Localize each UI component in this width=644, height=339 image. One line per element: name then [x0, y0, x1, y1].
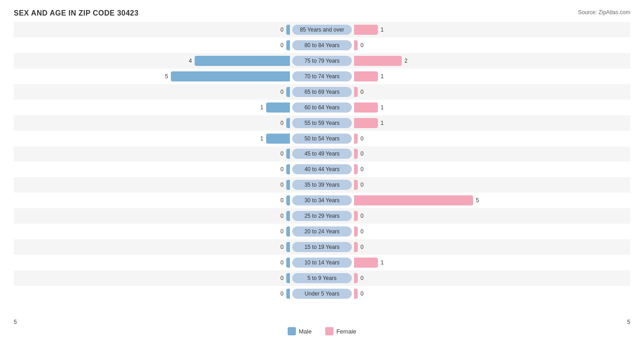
female-bar	[354, 258, 378, 268]
age-label: 25 to 29 Years	[292, 211, 352, 221]
male-bar	[286, 273, 290, 283]
male-bar-container: 0	[14, 22, 290, 38]
left-section: 0	[14, 208, 290, 224]
female-bar	[354, 134, 358, 144]
age-label: 10 to 14 Years	[292, 258, 352, 268]
left-section: 0	[14, 224, 290, 239]
male-bar	[266, 102, 290, 113]
right-section: 0	[354, 84, 630, 100]
bar-row: 1 50 to 54 Years 0	[14, 131, 630, 146]
female-bar	[354, 164, 358, 174]
female-bar-container: 0	[354, 38, 630, 53]
female-bar	[354, 56, 402, 66]
bar-row: 0 20 to 24 Years 0	[14, 224, 630, 239]
female-bar-container: 0	[354, 239, 630, 255]
female-value: 0	[360, 89, 368, 95]
male-bar	[286, 211, 290, 221]
bar-row: 0 65 to 69 Years 0	[14, 84, 630, 100]
age-label: 40 to 44 Years	[292, 164, 352, 174]
left-section: 0	[14, 270, 290, 286]
axis-left-label: 5	[14, 319, 17, 325]
left-section: 0	[14, 193, 290, 208]
left-section: 0	[14, 146, 290, 162]
female-value: 0	[360, 275, 368, 281]
male-value: 0	[276, 166, 284, 172]
right-section: 0	[354, 208, 630, 224]
male-bar-container: 1	[14, 100, 290, 115]
male-bar-container: 0	[14, 208, 290, 224]
male-bar	[286, 149, 290, 159]
right-section: 1	[354, 255, 630, 270]
age-label: 45 to 49 Years	[292, 149, 352, 159]
male-bar-container: 0	[14, 224, 290, 239]
male-value: 1	[256, 104, 263, 111]
left-section: 0	[14, 115, 290, 131]
right-section: 0	[354, 161, 630, 177]
right-section: 1	[354, 22, 630, 38]
chart-container: SEX AND AGE IN ZIP CODE 30423 Source: Zi…	[0, 0, 644, 339]
male-value: 5	[161, 73, 168, 80]
male-value: 0	[276, 213, 284, 219]
male-bar-container: 0	[14, 286, 290, 301]
male-value: 0	[276, 197, 284, 204]
male-bar	[195, 56, 290, 66]
right-section: 0	[354, 286, 630, 301]
male-bar	[286, 226, 290, 237]
right-section: 0	[354, 38, 630, 53]
legend-male: Male	[288, 327, 311, 335]
female-value: 0	[360, 291, 368, 297]
bar-row: 0 40 to 44 Years 0	[14, 161, 630, 177]
left-section: 0	[14, 22, 290, 38]
female-bar-container: 5	[354, 193, 630, 208]
bars-area: 0 85 Years and over 1 0 80 to 84 Years	[14, 22, 630, 301]
female-bar	[354, 40, 358, 50]
right-section: 1	[354, 69, 630, 84]
male-value: 0	[276, 259, 284, 266]
left-section: 4	[14, 53, 290, 69]
female-bar	[354, 289, 358, 299]
male-bar-container: 1	[14, 131, 290, 146]
bar-row: 0 35 to 39 Years 0	[14, 177, 630, 193]
male-bar	[286, 87, 290, 97]
age-label: 75 to 79 Years	[292, 56, 352, 66]
right-section: 5	[354, 193, 630, 208]
female-bar	[354, 242, 358, 252]
legend-female: Female	[325, 327, 356, 335]
bar-row: 4 75 to 79 Years 2	[14, 53, 630, 69]
female-value: 1	[381, 120, 388, 126]
female-bar-container: 0	[354, 224, 630, 239]
female-value: 0	[360, 135, 368, 142]
left-section: 0	[14, 239, 290, 255]
male-bar-container: 0	[14, 193, 290, 208]
female-bar	[354, 71, 378, 81]
age-label: 20 to 24 Years	[292, 226, 352, 237]
female-bar	[354, 25, 378, 35]
female-bar-container: 0	[354, 270, 630, 286]
age-label: 15 to 19 Years	[292, 242, 352, 252]
male-bar-container: 0	[14, 270, 290, 286]
right-section: 0	[354, 224, 630, 239]
male-value: 0	[276, 89, 284, 95]
female-bar	[354, 195, 473, 205]
bar-row: 0 25 to 29 Years 0	[14, 208, 630, 224]
male-bar-container: 0	[14, 255, 290, 270]
male-value: 0	[276, 244, 284, 250]
right-section: 0	[354, 270, 630, 286]
female-bar-container: 0	[354, 84, 630, 100]
male-bar	[286, 40, 290, 50]
female-bar	[354, 149, 358, 159]
left-section: 1	[14, 100, 290, 115]
female-bar	[354, 211, 358, 221]
bar-row: 0 85 Years and over 1	[14, 22, 630, 38]
female-value: 5	[476, 197, 483, 204]
bar-row: 0 30 to 34 Years 5	[14, 193, 630, 208]
right-section: 0	[354, 131, 630, 146]
male-bar-container: 0	[14, 115, 290, 131]
age-label: 55 to 59 Years	[292, 118, 352, 128]
male-bar	[171, 71, 290, 81]
female-bar	[354, 118, 378, 128]
age-label: 60 to 64 Years	[292, 102, 352, 113]
age-label: 85 Years and over	[292, 25, 352, 35]
male-bar	[286, 195, 290, 205]
male-bar-container: 0	[14, 239, 290, 255]
